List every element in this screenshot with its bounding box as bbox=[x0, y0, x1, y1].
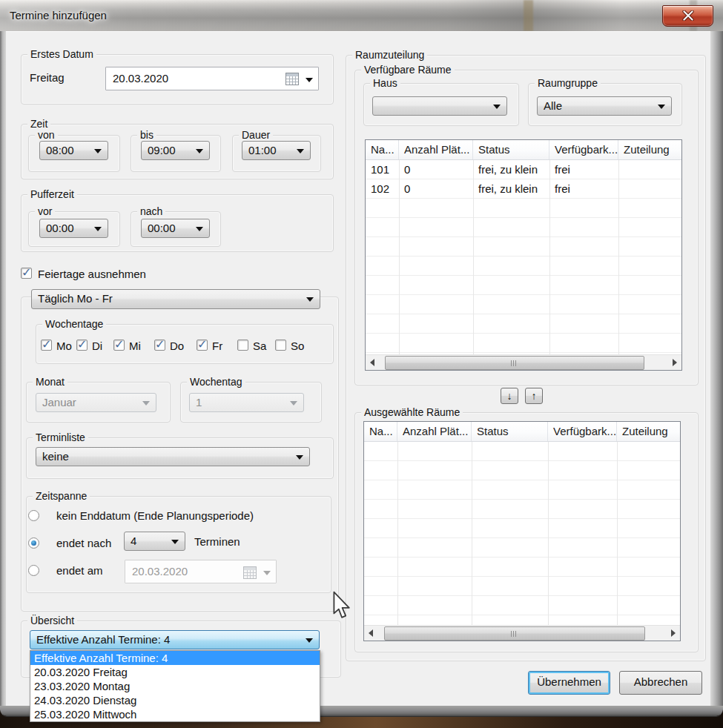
first-date-field[interactable]: 20.03.2020 bbox=[105, 67, 319, 90]
table-header[interactable]: Na... Anzahl Plät... Status Verfügbark..… bbox=[364, 422, 680, 442]
table-header[interactable]: Na... Anzahl Plät... Status Verfügbark..… bbox=[366, 140, 681, 160]
column-header-name[interactable]: Na... bbox=[366, 140, 399, 159]
weekday-combo-disabled: 1 bbox=[189, 393, 304, 412]
column-header-status[interactable]: Status bbox=[472, 422, 548, 441]
cell-name: 102 bbox=[366, 179, 399, 199]
column-header-assignment[interactable]: Zuteilung bbox=[618, 140, 681, 159]
day-label-mi[interactable]: Mi bbox=[129, 340, 141, 352]
raumgruppe-value: Alle bbox=[544, 99, 562, 112]
dropdown-item[interactable]: 20.03.2020 Freitag bbox=[30, 665, 320, 679]
column-separator bbox=[548, 442, 549, 626]
dropdown-item[interactable]: 24.03.2020 Dienstag bbox=[30, 693, 320, 707]
day-checkbox-so[interactable] bbox=[275, 340, 286, 351]
apply-button[interactable]: Übernehmen bbox=[528, 671, 610, 695]
triangle-right-icon bbox=[671, 629, 676, 637]
group-label: Ausgewählte Räume bbox=[361, 406, 463, 419]
chevron-down-icon bbox=[493, 105, 501, 109]
column-header-name[interactable]: Na... bbox=[364, 422, 397, 441]
arrow-up-icon: ↑ bbox=[532, 390, 537, 402]
date-dropdown-arrow[interactable] bbox=[306, 78, 313, 82]
group-label: Terminliste bbox=[33, 431, 88, 444]
move-down-button[interactable]: ↓ bbox=[501, 388, 518, 404]
group-label: Pufferzeit bbox=[27, 188, 77, 201]
group-label: vor bbox=[35, 205, 55, 218]
scroll-left-button[interactable] bbox=[366, 355, 380, 370]
day-label-fr[interactable]: Fr bbox=[212, 340, 222, 352]
radio-no-end-date-label[interactable]: kein Enddatum (Ende Planungsperiode) bbox=[56, 509, 254, 522]
column-header-seats[interactable]: Anzahl Plät... bbox=[399, 140, 473, 159]
horizontal-scrollbar[interactable] bbox=[364, 625, 680, 641]
selected-rooms-table[interactable]: Na... Anzahl Plät... Status Verfügbark..… bbox=[363, 421, 681, 641]
day-label-mo[interactable]: Mo bbox=[56, 340, 72, 352]
chevron-down-icon bbox=[290, 401, 297, 406]
buffer-after-combo[interactable]: 00:00 bbox=[141, 219, 210, 238]
dialog-window: Termine hinzufügen Erstes Datum Freitag … bbox=[0, 0, 723, 717]
radio-ends-after[interactable] bbox=[28, 537, 39, 549]
group-label: Haus bbox=[370, 77, 400, 90]
time-from-combo[interactable]: 08:00 bbox=[39, 141, 108, 160]
column-header-assignment[interactable]: Zuteilung bbox=[617, 422, 680, 441]
day-label-so[interactable]: So bbox=[291, 340, 304, 352]
day-checkbox-di[interactable]: ✓ bbox=[76, 340, 88, 351]
scroll-right-button[interactable] bbox=[667, 355, 681, 370]
appointment-list-combo[interactable]: keine bbox=[36, 447, 310, 466]
day-label-sa[interactable]: Sa bbox=[253, 340, 266, 352]
cell-name: 101 bbox=[366, 160, 399, 179]
group-label: Dauer bbox=[239, 129, 273, 142]
day-checkbox-fr[interactable]: ✓ bbox=[197, 340, 208, 351]
raumgruppe-combo[interactable]: Alle bbox=[537, 96, 672, 116]
close-button[interactable] bbox=[662, 5, 713, 27]
apply-button-label: Übernehmen bbox=[529, 675, 610, 688]
scroll-left-button[interactable] bbox=[364, 626, 379, 641]
occurrence-count-value: 4 bbox=[131, 535, 136, 547]
day-checkbox-do[interactable]: ✓ bbox=[154, 340, 165, 351]
checkmark-icon: ✓ bbox=[42, 337, 51, 351]
scrollbar-thumb[interactable] bbox=[385, 356, 644, 370]
time-to-combo[interactable]: 09:00 bbox=[141, 141, 210, 160]
column-separator bbox=[397, 442, 398, 626]
dropdown-item[interactable]: 23.03.2020 Montag bbox=[30, 679, 320, 693]
radio-ends-on[interactable] bbox=[28, 565, 39, 576]
duration-combo[interactable]: 01:00 bbox=[242, 141, 311, 160]
day-checkbox-mi[interactable]: ✓ bbox=[113, 340, 125, 351]
buffer-before-combo[interactable]: 00:00 bbox=[39, 219, 108, 238]
chevron-down-icon bbox=[306, 297, 314, 302]
dropdown-item-selected[interactable]: Effektive Anzahl Termine: 4 bbox=[30, 651, 320, 665]
horizontal-scrollbar[interactable] bbox=[366, 354, 681, 370]
column-header-availability[interactable]: Verfügbark... bbox=[548, 422, 617, 441]
column-header-status[interactable]: Status bbox=[473, 140, 549, 159]
cell-assignment bbox=[618, 179, 681, 199]
dropdown-item[interactable]: 25.03.2020 Mittwoch bbox=[30, 707, 320, 721]
scroll-right-button[interactable] bbox=[665, 626, 680, 641]
day-checkbox-sa[interactable] bbox=[237, 340, 248, 351]
column-header-seats[interactable]: Anzahl Plät... bbox=[397, 422, 472, 441]
recurrence-combo[interactable]: Täglich Mo - Fr bbox=[31, 289, 320, 309]
available-rooms-table[interactable]: Na... Anzahl Plät... Status Verfügbark..… bbox=[365, 139, 682, 371]
weekday-label: Freitag bbox=[30, 71, 65, 84]
day-label-do[interactable]: Do bbox=[170, 340, 184, 352]
scrollbar-thumb[interactable] bbox=[384, 626, 645, 641]
occurrence-count-combo[interactable]: 4 bbox=[124, 532, 185, 551]
radio-no-end-date[interactable] bbox=[28, 510, 39, 521]
overview-combo-open[interactable]: Effektive Anzahl Termine: 4 bbox=[30, 630, 320, 649]
cancel-button-label: Abbrechen bbox=[620, 675, 701, 688]
radio-ends-after-label[interactable]: endet nach bbox=[56, 537, 111, 549]
move-up-button[interactable]: ↑ bbox=[525, 388, 543, 404]
table-row[interactable]: 102 0 frei, zu klein frei bbox=[366, 179, 681, 199]
calendar-icon[interactable] bbox=[285, 73, 299, 88]
holidays-checkbox-label[interactable]: Feiertage ausnehmen bbox=[38, 268, 146, 280]
cancel-button[interactable]: Abbrechen bbox=[619, 671, 702, 695]
column-header-availability[interactable]: Verfügbark... bbox=[549, 140, 618, 159]
overview-dropdown-list[interactable]: Effektive Anzahl Termine: 4 20.03.2020 F… bbox=[30, 650, 320, 722]
radio-ends-on-label[interactable]: endet am bbox=[56, 564, 103, 577]
group-label: Übersicht bbox=[27, 615, 77, 627]
overview-value: Effektive Anzahl Termine: 4 bbox=[36, 633, 170, 646]
chevron-down-icon bbox=[658, 105, 665, 109]
holidays-checkbox[interactable]: ✓ bbox=[21, 268, 32, 279]
haus-combo[interactable] bbox=[372, 96, 507, 116]
table-row[interactable]: 101 0 frei, zu klein frei bbox=[366, 160, 681, 179]
day-checkbox-mo[interactable]: ✓ bbox=[41, 340, 52, 351]
cell-status: frei, zu klein bbox=[473, 179, 549, 199]
title-bar[interactable]: Termine hinzufügen bbox=[0, 0, 723, 32]
day-label-di[interactable]: Di bbox=[92, 340, 102, 352]
